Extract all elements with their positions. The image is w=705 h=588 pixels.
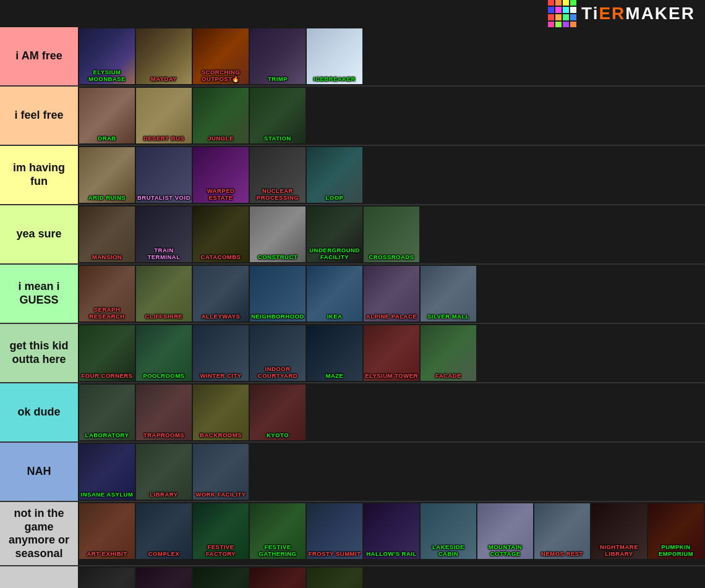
map-item[interactable]: TUDOR MANOR	[307, 568, 362, 588]
map-label: BACKROOMS	[193, 432, 249, 439]
map-item[interactable]: TRAIN TERMINAL	[136, 207, 192, 262]
map-label: LOOP	[307, 194, 362, 202]
tier-row: i mean i GUESSSERAPH RESEARCHCLIFFSHIREA…	[0, 265, 705, 324]
map-label: ARID RUINS	[79, 194, 135, 202]
map-item[interactable]: TRAPROOMS	[136, 385, 192, 440]
map-thumbnail	[136, 568, 192, 588]
tier-row: NAHINSANE ASYLUMLIBRARYWORK FACILITY	[0, 443, 705, 502]
tier-label: i mean i GUESS	[0, 265, 78, 323]
map-item[interactable]: ALPINE PALACE	[364, 266, 419, 322]
map-item[interactable]: BACKROOMS	[193, 385, 249, 440]
map-item[interactable]: COMPLEX	[136, 503, 192, 559]
map-item[interactable]: INDOOR COURTYARD	[250, 325, 306, 381]
map-item[interactable]: BRUTALIST VOID	[136, 147, 192, 203]
map-label: MAZE	[307, 372, 362, 380]
map-item[interactable]: FOUR CORNERS	[79, 325, 135, 381]
map-item[interactable]: MAZE	[307, 325, 362, 381]
map-item[interactable]: CONSTRUCT	[250, 207, 306, 262]
map-item[interactable]: CEMETERY	[79, 568, 135, 588]
map-item[interactable]: SILVER MALL	[421, 266, 476, 322]
map-item[interactable]: FROSTY SUMMIT	[307, 503, 362, 559]
map-item[interactable]: POOLROOMS	[136, 325, 192, 381]
logo-cell-0	[548, 0, 554, 6]
map-label: TRAPROOMS	[136, 432, 192, 439]
map-item[interactable]: ICEBREAKER	[307, 28, 362, 84]
map-item[interactable]: ELYSIUM TOWER	[364, 325, 419, 381]
map-label: ALPINE PALACE	[364, 313, 419, 320]
map-item[interactable]: NEIGHBORHOOD	[250, 266, 306, 322]
map-item[interactable]: UNDERGROUND FACILITY	[307, 207, 362, 262]
map-item[interactable]: WORK FACILITY	[193, 444, 249, 500]
map-item[interactable]: NUCLEAR PROCESSING	[250, 147, 306, 203]
map-item[interactable]: ALLEYWAYS	[193, 266, 249, 322]
map-item[interactable]: ART EXHIBIT	[79, 503, 135, 559]
logo-grid-icon	[548, 0, 576, 28]
map-item[interactable]: LAKESIDE CABIN	[421, 503, 476, 559]
map-item[interactable]: WINTER CITY	[193, 325, 249, 381]
map-label: DRAB	[79, 135, 135, 142]
tier-items: CEMETERYDEATH MAZEPRAGUE SQUARETERROR HO…	[78, 566, 705, 588]
map-label: WINTER CITY	[193, 372, 249, 380]
map-label: CLIFFSHIRE	[136, 313, 192, 320]
map-label: WORK FACILITY	[193, 491, 249, 498]
logo-cell-4	[548, 7, 554, 13]
map-item[interactable]: FESTIVE FACTORY	[193, 503, 249, 559]
map-label: CONSTRUCT	[250, 254, 306, 261]
map-item[interactable]: KYOTO	[250, 385, 306, 440]
map-label: INDOOR COURTYARD	[250, 365, 306, 380]
map-item[interactable]: STATION	[250, 88, 306, 143]
map-label: NIGHTMARE LIBRARY	[591, 543, 647, 558]
logo-title: TiERMAKER	[581, 4, 695, 23]
tier-items: SERAPH RESEARCHCLIFFSHIREALLEYWAYSNEIGHB…	[78, 265, 705, 323]
map-item[interactable]: TERROR HOTEL	[250, 568, 306, 588]
map-item[interactable]: MAYDAY	[136, 28, 192, 84]
map-item[interactable]: INSANE ASYLUM	[79, 444, 135, 500]
map-item[interactable]: CATACOMBS	[193, 207, 249, 262]
map-item[interactable]: IKEA	[307, 266, 362, 322]
tier-items: ELYSIUM MOONBASEMAYDAYSCORCHING OUTPOST🔥…	[78, 27, 705, 85]
map-label: TRAIN TERMINAL	[136, 247, 192, 261]
map-item[interactable]: PRAGUE SQUARE	[193, 568, 249, 588]
map-item[interactable]: SCORCHING OUTPOST🔥	[193, 28, 249, 84]
map-label: DESERT BUS	[136, 135, 192, 142]
map-label: LABORATORY	[79, 432, 135, 439]
map-label: ELYSIUM MOONBASE	[79, 69, 135, 83]
map-item[interactable]: ARID RUINS	[79, 147, 135, 203]
tier-items: ART EXHIBITCOMPLEXFESTIVE FACTORYFESTIVE…	[78, 502, 705, 565]
tier-row: im having funARID RUINSBRUTALIST VOIDWAR…	[0, 146, 705, 205]
map-item[interactable]: DESERT BUS	[136, 88, 192, 143]
map-item[interactable]: HALLOW'S RAIL	[364, 503, 419, 559]
tier-row: i feel freeDRABDESERT BUSJUNGLESTATION	[0, 87, 705, 146]
map-label: SILVER MALL	[421, 313, 476, 320]
map-item[interactable]: MOUNTAIN COTTAGE	[477, 503, 533, 559]
map-item[interactable]: LIBRARY	[136, 444, 192, 500]
logo-cell-2	[563, 0, 569, 6]
map-item[interactable]: CLIFFSHIRE	[136, 266, 192, 322]
map-label: TRIMP	[250, 75, 306, 83]
map-label: FESTIVE GATHERING	[250, 543, 306, 558]
map-item[interactable]: NIGHTMARE LIBRARY	[591, 503, 647, 559]
map-item[interactable]: JUNGLE	[193, 88, 249, 143]
map-label: ICEBREAKER	[307, 75, 362, 83]
tier-items: LABORATORYTRAPROOMSBACKROOMSKYOTO	[78, 383, 705, 441]
map-label: BRUTALIST VOID	[136, 194, 192, 202]
map-item[interactable]: CROSSROADS	[364, 207, 419, 262]
map-item[interactable]: MANSION	[79, 207, 135, 262]
map-item[interactable]: FESTIVE GATHERING	[250, 503, 306, 559]
map-item[interactable]: DRAB	[79, 88, 135, 143]
map-label: MANSION	[79, 254, 135, 261]
map-item[interactable]: WARPED ESTATE	[193, 147, 249, 203]
map-item[interactable]: NEMOS REST	[534, 503, 590, 559]
map-label: NEMOS REST	[534, 550, 590, 558]
map-item[interactable]: TRIMP	[250, 28, 306, 84]
map-thumbnail	[193, 568, 249, 588]
map-item[interactable]: LABORATORY	[79, 385, 135, 440]
map-item[interactable]: FACADE	[421, 325, 476, 381]
map-label: CATACOMBS	[193, 254, 249, 261]
map-item[interactable]: PUMPKIN EMPORIUM	[648, 503, 704, 559]
map-item[interactable]: LOOP	[307, 147, 362, 203]
tier-label: idk man	[0, 566, 78, 588]
map-item[interactable]: SERAPH RESEARCH	[79, 266, 135, 322]
map-item[interactable]: ELYSIUM MOONBASE	[79, 28, 135, 84]
map-item[interactable]: DEATH MAZE	[136, 568, 192, 588]
